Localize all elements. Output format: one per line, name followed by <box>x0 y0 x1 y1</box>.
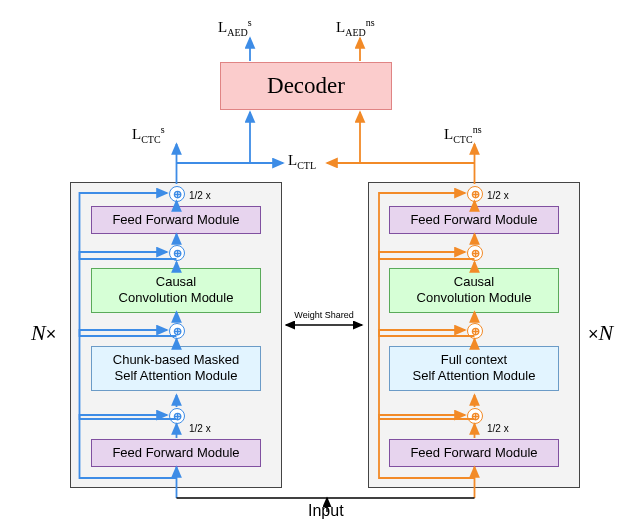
input-label: Input <box>308 502 344 520</box>
decoder-label: Decoder <box>267 73 345 99</box>
repeat-right: ×N <box>588 320 613 346</box>
weight-shared-label: Weight Shared <box>289 310 359 320</box>
conv-module-left: Causal Convolution Module <box>91 268 261 313</box>
loss-aed-s: LAEDs <box>218 17 252 38</box>
ff-module-top-right: Feed Forward Module <box>389 206 559 234</box>
nonstreaming-encoder-block: Feed Forward Module Causal Convolution M… <box>368 182 580 488</box>
half-label: 1/2 x <box>189 423 211 434</box>
attn-module-right: Full context Self Attention Module <box>389 346 559 391</box>
streaming-encoder-block: Feed Forward Module Causal Convolution M… <box>70 182 282 488</box>
residual-add-icon: ⊕ <box>467 245 483 261</box>
residual-add-icon: ⊕ <box>169 245 185 261</box>
decoder-box: Decoder <box>220 62 392 110</box>
residual-add-icon: ⊕ <box>169 323 185 339</box>
conv-module-right: Causal Convolution Module <box>389 268 559 313</box>
loss-aed-ns: LAEDns <box>336 17 375 38</box>
loss-ctc-ns: LCTCns <box>444 124 482 145</box>
residual-add-icon: ⊕ <box>467 408 483 424</box>
half-label: 1/2 x <box>487 423 509 434</box>
residual-add-icon: ⊕ <box>467 186 483 202</box>
residual-add-icon: ⊕ <box>169 186 185 202</box>
attn-module-left: Chunk-based Masked Self Attention Module <box>91 346 261 391</box>
residual-add-icon: ⊕ <box>169 408 185 424</box>
loss-ctc-s: LCTCs <box>132 124 165 145</box>
half-label: 1/2 x <box>189 190 211 201</box>
half-label: 1/2 x <box>487 190 509 201</box>
residual-add-icon: ⊕ <box>467 323 483 339</box>
ff-module-top-left: Feed Forward Module <box>91 206 261 234</box>
loss-ctl: LCTL <box>288 152 316 171</box>
ff-module-bottom-left: Feed Forward Module <box>91 439 261 467</box>
ff-module-bottom-right: Feed Forward Module <box>389 439 559 467</box>
repeat-left: N× <box>31 320 56 346</box>
